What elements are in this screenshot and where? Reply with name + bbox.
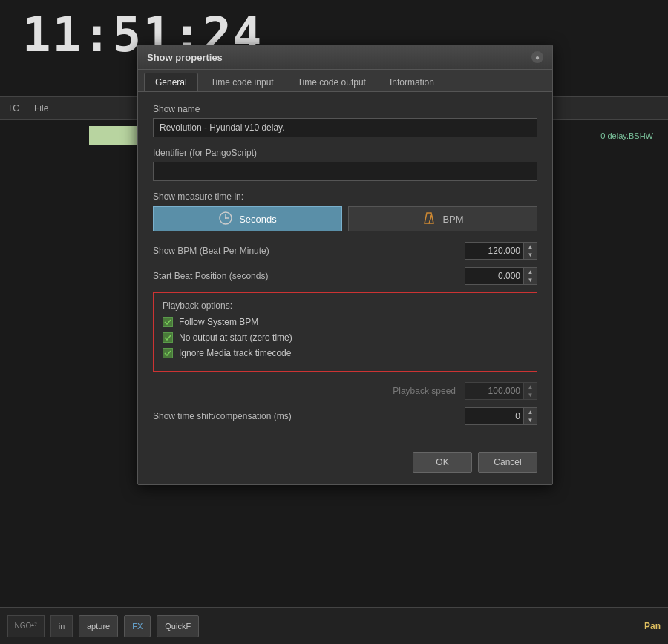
metronome-icon (422, 211, 436, 228)
playback-options-box: Playback options: Follow System BPM No o… (153, 292, 537, 372)
pango-logo-text: Pan (644, 621, 661, 631)
identifier-group: Identifier (for PangoScript) (153, 148, 537, 181)
no-output-at-start-row[interactable]: No output at start (zero time) (163, 332, 528, 343)
no-output-at-start-checkbox[interactable] (163, 332, 173, 343)
ignore-media-track-label: Ignore Media track timecode (179, 348, 291, 358)
measure-time-row: Seconds BPM (153, 206, 537, 231)
bpm-row: Show BPM (Beat Per Minute) ▲ ▼ (153, 242, 537, 260)
dialog-titlebar: Show properties ● (138, 45, 552, 70)
ok-button[interactable]: OK (413, 452, 472, 473)
speed-spinner: ▲ ▼ (465, 382, 537, 400)
playback-speed-label: Playback speed (153, 386, 465, 396)
taskbar: NGO⁴⁷ in apture FX QuickF Pan (0, 607, 668, 644)
bpm-label: BPM (442, 214, 463, 225)
bpm-button[interactable]: BPM (348, 206, 537, 231)
bpm-arrows: ▲ ▼ (524, 242, 537, 260)
measure-time-group: Show measure time in: Seconds (153, 191, 537, 231)
speed-down-arrow[interactable]: ▼ (524, 391, 537, 399)
bpm-field-label: Show BPM (Beat Per Minute) (153, 246, 465, 256)
clock-icon (218, 211, 233, 228)
capture-button[interactable]: apture (79, 615, 118, 637)
close-button[interactable]: ● (531, 51, 543, 63)
svg-line-5 (429, 217, 431, 223)
time-shift-arrows: ▲ ▼ (524, 407, 537, 425)
dialog-content: Show name Identifier (for PangoScript) S… (138, 92, 552, 444)
tab-timecode-input[interactable]: Time code input (200, 73, 285, 91)
fx-button[interactable]: FX (124, 615, 151, 637)
dialog-tabs: General Time code input Time code output… (138, 70, 552, 92)
no-output-at-start-label: No output at start (zero time) (179, 332, 292, 343)
taskbar-logo2: in (50, 615, 73, 637)
dialog-title: Show properties (147, 52, 223, 63)
beat-pos-arrows: ▲ ▼ (524, 267, 537, 285)
bpm-down-arrow[interactable]: ▼ (524, 251, 537, 259)
time-shift-down-arrow[interactable]: ▼ (524, 416, 537, 424)
bpm-input[interactable] (465, 242, 524, 260)
ignore-media-track-row[interactable]: Ignore Media track timecode (163, 348, 528, 358)
speed-input[interactable] (465, 382, 524, 400)
time-shift-label: Show time shift/compensation (ms) (153, 411, 465, 421)
bpm-spinner: ▲ ▼ (465, 242, 537, 260)
beat-pos-row: Start Beat Position (seconds) ▲ ▼ (153, 267, 537, 285)
svg-point-6 (430, 215, 433, 217)
bg-green-cell: - (89, 126, 141, 145)
seconds-button[interactable]: Seconds (153, 206, 342, 231)
identifier-input[interactable] (153, 162, 537, 181)
file-label: File (34, 103, 48, 114)
tab-timecode-output[interactable]: Time code output (286, 73, 377, 91)
identifier-label: Identifier (for PangoScript) (153, 148, 537, 158)
beat-pos-spinner: ▲ ▼ (465, 267, 537, 285)
show-name-input[interactable] (153, 118, 537, 137)
playback-speed-row: Playback speed ▲ ▼ (153, 382, 537, 400)
ignore-media-track-checkbox[interactable] (163, 348, 173, 358)
playback-title: Playback options: (163, 300, 528, 311)
pango-logo: Pan (644, 621, 661, 631)
quick-button[interactable]: QuickF (157, 615, 199, 637)
time-shift-input[interactable] (465, 407, 524, 425)
beat-pos-input[interactable] (465, 267, 524, 285)
follow-system-bpm-label: Follow System BPM (179, 317, 258, 327)
time-shift-up-arrow[interactable]: ▲ (524, 408, 537, 416)
beat-pos-label: Start Beat Position (seconds) (153, 271, 465, 281)
tab-general[interactable]: General (144, 73, 198, 91)
tab-information[interactable]: Information (379, 73, 445, 91)
time-shift-spinner: ▲ ▼ (465, 407, 537, 425)
speed-up-arrow[interactable]: ▲ (524, 383, 537, 391)
speed-arrows: ▲ ▼ (524, 382, 537, 400)
seconds-label: Seconds (239, 214, 277, 225)
time-shift-row: Show time shift/compensation (ms) ▲ ▼ (153, 407, 537, 425)
bg-right-label: 0 delay.BSHW (600, 126, 653, 145)
beat-pos-up-arrow[interactable]: ▲ (524, 268, 537, 276)
taskbar-logo: NGO⁴⁷ (7, 615, 45, 637)
bpm-up-arrow[interactable]: ▲ (524, 243, 537, 251)
show-properties-dialog: Show properties ● General Time code inpu… (137, 45, 553, 485)
cancel-button[interactable]: Cancel (478, 452, 537, 473)
measure-time-label: Show measure time in: (153, 191, 537, 202)
tc-label: TC (7, 103, 19, 114)
follow-system-bpm-row[interactable]: Follow System BPM (163, 317, 528, 327)
beat-pos-down-arrow[interactable]: ▼ (524, 276, 537, 284)
show-name-group: Show name (153, 104, 537, 137)
dialog-buttons: OK Cancel (138, 444, 552, 484)
follow-system-bpm-checkbox[interactable] (163, 317, 173, 327)
show-name-label: Show name (153, 104, 537, 114)
svg-point-3 (225, 217, 226, 219)
